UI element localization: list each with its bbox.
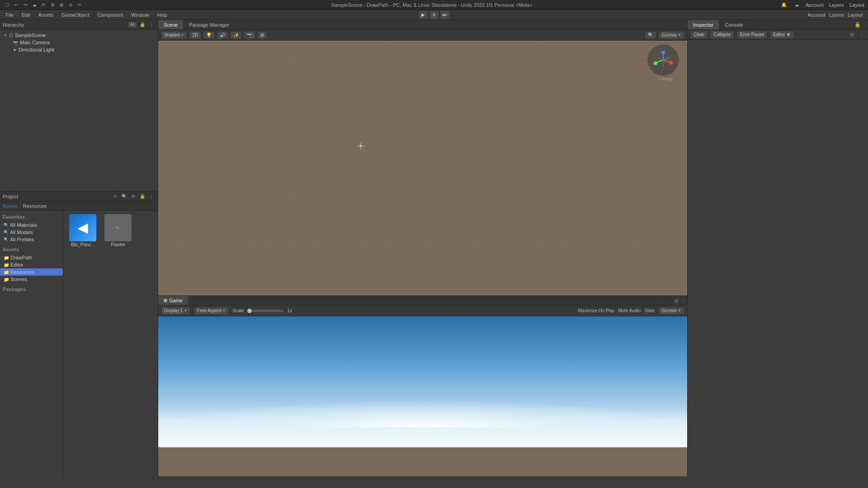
fx-toggle[interactable]: ✨ xyxy=(230,31,242,39)
mute-audio-btn[interactable]: Mute Audio xyxy=(618,308,641,313)
project-tree-allmaterials[interactable]: 🔍 All Materials xyxy=(0,221,63,229)
project-tree-allprefabs[interactable]: 🔍 All Prefabs xyxy=(0,236,63,243)
breadcrumb-resources[interactable]: Resources xyxy=(23,203,47,209)
inspector-lock-icon[interactable]: 🔒 xyxy=(854,22,861,28)
toolbar-layers[interactable]: Layers xyxy=(829,12,844,18)
search-icon[interactable]: ⊙ xyxy=(67,1,74,9)
asset-btn-preview[interactable]: ◀ Btn_Previ... xyxy=(67,214,99,247)
game-viewport[interactable] xyxy=(158,316,687,476)
scale-slider[interactable] xyxy=(247,310,283,312)
inspector-more-icon[interactable]: ⋮ xyxy=(861,21,868,28)
project-tree-editor[interactable]: 📁 Editor xyxy=(0,261,63,268)
scale-slider-handle[interactable] xyxy=(247,309,252,313)
assets-label: Assets xyxy=(0,245,63,254)
shading-dropdown[interactable]: Shaded ▼ xyxy=(161,31,187,39)
project-lock-icon[interactable]: 🔒 xyxy=(139,193,146,200)
game-more-icon[interactable]: ⋮ xyxy=(680,297,687,304)
breadcrumb-sep: › xyxy=(19,203,21,209)
2d-toggle[interactable]: 2D xyxy=(189,31,201,39)
hierarchy-lock-icon[interactable]: 🔒 xyxy=(139,21,146,28)
project-search-icon[interactable]: 🔍 xyxy=(121,193,128,200)
game-gizmos-dropdown[interactable]: Gizmos ▼ xyxy=(658,307,684,315)
project-icon1[interactable]: + xyxy=(112,193,119,200)
gizmo-persp-label: < Persp xyxy=(647,77,684,81)
asset-pointer[interactable]: ↖ Pointer xyxy=(102,214,134,247)
project-tree-drawpath[interactable]: 📁 DrawPath xyxy=(0,254,63,261)
refresh-icon[interactable]: ⟳ xyxy=(40,1,47,9)
game-maximize-icon[interactable]: ⊡ xyxy=(673,297,680,304)
step-button[interactable]: ⏭ xyxy=(440,10,450,19)
menu-file[interactable]: File xyxy=(2,11,17,19)
cut-icon[interactable]: ✂ xyxy=(76,1,83,9)
project-more-icon[interactable]: ⋮ xyxy=(148,193,155,200)
game-tab-dot xyxy=(164,299,167,302)
search-icon-small: 🔍 xyxy=(4,223,9,227)
grid-icon[interactable]: ⊞ xyxy=(58,1,65,9)
tab-inspector[interactable]: Inspector xyxy=(688,20,719,29)
fx-icon: ✨ xyxy=(233,33,239,38)
hierarchy-item-directionallight[interactable]: ☀ Directional Light xyxy=(0,46,158,53)
maximize-on-play-btn[interactable]: Maximize On Play xyxy=(578,308,615,313)
tab-scene[interactable]: Scene xyxy=(158,20,184,29)
window-title: SampleScene - DrawPath - PC, Mac & Linux… xyxy=(331,2,533,8)
hierarchy-content: ▼ ⬡ SampleScene 📷 Main Camera ☀ Directio… xyxy=(0,30,158,191)
project-tree-allmodels[interactable]: 🔍 All Models xyxy=(0,229,63,236)
light-toggle[interactable]: 💡 xyxy=(203,31,215,39)
hierarchy-more-icon[interactable]: ⋮ xyxy=(148,21,155,28)
grid-toggle[interactable]: ⊞ xyxy=(257,31,267,39)
display-dropdown[interactable]: Display 1 ▼ xyxy=(161,307,190,315)
project-tree-scenes[interactable]: 📁 Scenes xyxy=(0,276,63,283)
hierarchy-item-samplescene[interactable]: ▼ ⬡ SampleScene xyxy=(0,32,158,39)
account-label[interactable]: Account xyxy=(806,2,824,8)
inspector-content xyxy=(688,40,868,476)
svg-line-8 xyxy=(663,58,669,60)
cursor-svg xyxy=(357,142,364,150)
project-files: ◀ Btn_Previ... ↖ Pointer xyxy=(63,211,158,476)
hierarchy-item-maincamera[interactable]: 📷 Main Camera xyxy=(0,39,158,46)
collapse-button[interactable]: Collapse xyxy=(710,31,734,39)
scene-gizmo[interactable]: < Persp xyxy=(647,44,684,80)
scene-viewport[interactable]: < Persp xyxy=(158,41,687,296)
project-title: Project xyxy=(3,194,110,199)
error-pause-button[interactable]: Error Pause xyxy=(737,31,767,39)
gizmos-dropdown[interactable]: Gizmos ▼ xyxy=(658,31,684,39)
menu-assets[interactable]: Assets xyxy=(35,11,57,19)
menu-component[interactable]: Component xyxy=(94,11,127,19)
undo-icon[interactable]: ↩ xyxy=(13,1,20,9)
breadcrumb-assets[interactable]: Assets xyxy=(3,203,18,209)
menu-help[interactable]: Help xyxy=(153,11,171,19)
hierarchy-all-btn[interactable]: All xyxy=(127,21,137,28)
clear-button[interactable]: Clear xyxy=(690,31,708,39)
settings-icon[interactable]: ⚙ xyxy=(49,1,56,9)
tab-package-manager[interactable]: Package Manager xyxy=(184,20,235,29)
menu-edit[interactable]: Edit xyxy=(18,11,34,19)
inspector-icon2[interactable]: ⋮ xyxy=(858,31,865,38)
grid-icon-scene: ⊞ xyxy=(260,33,264,38)
editor-dropdown[interactable]: Editor ▼ xyxy=(770,31,794,39)
tab-console[interactable]: Console xyxy=(719,20,749,29)
stats-btn[interactable]: Stats xyxy=(644,308,655,313)
scene-camera-btn[interactable]: 📷 xyxy=(244,31,255,39)
pause-button[interactable]: ⏸ xyxy=(429,10,439,19)
layout-label[interactable]: Layout xyxy=(849,2,864,8)
cloud-sync-icon[interactable]: ☁ xyxy=(793,1,800,9)
play-button[interactable]: ▶ xyxy=(418,10,428,19)
aspect-dropdown[interactable]: Free Aspect ▼ xyxy=(194,307,229,315)
tab-game[interactable]: Game xyxy=(158,296,189,305)
hierarchy-panel: Hierarchy All 🔒 ⋮ ▼ ⬡ SampleScene 📷 Main… xyxy=(0,20,158,192)
notification-icon[interactable]: 🔔 xyxy=(780,1,788,9)
toolbar-account[interactable]: Account xyxy=(807,12,826,18)
menu-gameobject[interactable]: GameObject xyxy=(58,11,93,19)
layers-label[interactable]: Layers xyxy=(829,2,844,8)
project-tree-resources[interactable]: 📁 Resources xyxy=(0,268,63,276)
audio-toggle[interactable]: 🔊 xyxy=(217,31,228,39)
project-refresh-icon[interactable]: ⟳ xyxy=(130,193,137,200)
inspector-icon1[interactable]: ⊡ xyxy=(848,31,855,38)
game-view: Game ⊡ ⋮ Display 1 ▼ Free Aspect ▼ Scale xyxy=(158,296,687,476)
project-panel: Project + 🔍 ⟳ 🔒 ⋮ Assets › Resources Fav… xyxy=(0,192,158,476)
redo-icon[interactable]: ↪ xyxy=(22,1,29,9)
cloud-icon[interactable]: ☁ xyxy=(31,1,38,9)
menu-window[interactable]: Window xyxy=(127,11,152,19)
scene-search-btn[interactable]: 🔍 xyxy=(645,31,656,39)
toolbar-layout[interactable]: Layout xyxy=(848,12,863,18)
